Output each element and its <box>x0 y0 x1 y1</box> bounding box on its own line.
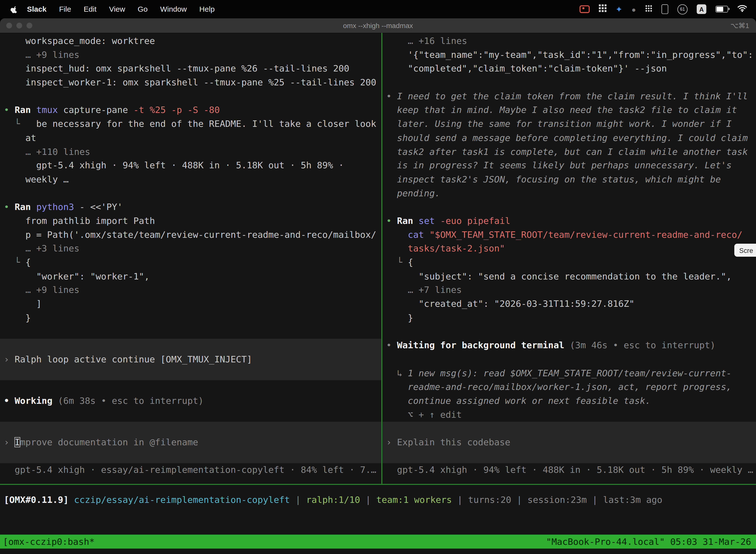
menu-help[interactable]: Help <box>193 5 221 13</box>
screen-overlay-chip[interactable]: Scre <box>735 244 756 257</box>
terminal-content: workspace_mode: worktree … +9 lines insp… <box>0 33 756 484</box>
terminal-line <box>0 408 381 422</box>
wifi-icon[interactable] <box>737 4 747 14</box>
terminal-line: continue assigned work or next feasible … <box>382 394 756 408</box>
terminal-line: readme-and-reco/mailbox/worker-1.json, a… <box>382 380 756 394</box>
window-shortcut-badge: ⌥⌘1 <box>730 21 749 29</box>
terminal-line: "worker": "worker-1", <box>0 270 381 283</box>
gauge-icon[interactable]: 61 <box>677 4 688 14</box>
left-terminal-pane[interactable]: workspace_mode: worktree … +9 lines insp… <box>0 33 381 484</box>
terminal-line: is in progress? It seems likely but perh… <box>382 159 756 173</box>
terminal-line: "subject": "send a concise recommendatio… <box>382 270 756 283</box>
menu-bar-status-icons: ✦ ● 61 A <box>579 4 756 14</box>
pane-status: gpt-5.4 xhigh · essay/ai-reimplementatio… <box>0 463 381 477</box>
menu-window[interactable]: Window <box>154 5 193 13</box>
terminal-line: … +7 lines <box>382 283 756 297</box>
waiting-status: • Waiting for background terminal (3m 46… <box>382 339 756 353</box>
terminal-line: • Ran python3 - <<'PY' <box>0 200 381 214</box>
window-title-bar[interactable]: omx --xhigh --madmax ⌥⌘1 <box>0 18 756 33</box>
terminal-line <box>0 186 381 200</box>
terminal-line: • Ran set -euo pipefail <box>382 214 756 228</box>
sparkle-icon[interactable]: ✦ <box>616 4 623 14</box>
tmux-host-clock: "MacBook-Pro-44.local" 05:03 31-Mar-26 <box>546 535 756 549</box>
terminal-line: pending. <box>382 186 756 200</box>
terminal-line <box>0 380 381 394</box>
right-terminal-pane[interactable]: … +16 lines '{"team_name":"my-team","tas… <box>382 33 756 484</box>
terminal-line <box>382 325 756 339</box>
terminal-line: inspect_worker-1: omx sparkshell --tmux-… <box>0 76 381 90</box>
queued-message[interactable]: › Ralph loop active continue [OMX_TMUX_I… <box>0 339 381 380</box>
terminal-line <box>0 90 381 104</box>
terminal-line: task2 after task1 is complete, but can I… <box>382 145 756 159</box>
window-title: omx --xhigh --madmax <box>0 21 756 29</box>
terminal-line: ↳ 1 new msg(s): read $OMX_TEAM_STATE_ROO… <box>382 366 756 380</box>
battery-icon[interactable] <box>715 6 728 12</box>
screen-recording-icon[interactable] <box>579 5 589 13</box>
terminal-line: "completed","claim_token":"claim-token"}… <box>382 62 756 76</box>
terminal-line: keep that in mind. Maybe I also need the… <box>382 104 756 117</box>
terminal-line: } <box>0 311 381 325</box>
terminal-line: } <box>382 311 756 325</box>
terminal-line <box>382 76 756 90</box>
terminal-line: └ be necessary for the end of the README… <box>0 117 381 131</box>
composer-input[interactable]: › Explain this codebase <box>382 422 756 463</box>
dots-grid-icon[interactable] <box>645 4 652 14</box>
menu-file[interactable]: File <box>53 5 77 13</box>
terminal-line: ] <box>0 297 381 311</box>
circle-app-icon[interactable]: ● <box>631 5 636 13</box>
apple-menu-icon[interactable] <box>11 5 18 13</box>
menu-view[interactable]: View <box>103 5 131 13</box>
terminal-line: └ { <box>382 256 756 270</box>
terminal-line: p = Path('.omx/state/team/review-current… <box>0 228 381 242</box>
terminal-line: tasks/task-2.json" <box>382 242 756 256</box>
terminal-line: … +9 lines <box>0 283 381 297</box>
terminal-line: "created_at": "2026-03-31T11:59:27.816Z" <box>382 297 756 311</box>
terminal-line: workspace_mode: worktree <box>0 34 381 48</box>
terminal-line: • Ran tmux capture-pane -t %25 -p -S -80 <box>0 104 381 117</box>
composer-input[interactable]: › Improve documentation in @filename <box>0 422 381 463</box>
status-pane: [OMX#0.11.9] cczip/essay/ai-reimplementa… <box>0 485 756 535</box>
terminal-line: should send a message before completing … <box>382 131 756 145</box>
terminal-line: cat "$OMX_TEAM_STATE_ROOT/team/review-cu… <box>382 228 756 242</box>
terminal-line <box>382 353 756 367</box>
omx-status-line: [OMX#0.11.9] cczip/essay/ai-reimplementa… <box>0 485 756 507</box>
macos-menu-bar: Slack File Edit View Go Window Help ✦ ● … <box>0 0 756 18</box>
terminal-line <box>382 200 756 214</box>
menu-go[interactable]: Go <box>131 5 154 13</box>
menu-app-name[interactable]: Slack <box>21 5 53 13</box>
terminal-line: inspect task2's JSON, focusing on the st… <box>382 173 756 187</box>
screen: Slack File Edit View Go Window Help ✦ ● … <box>0 0 756 554</box>
terminal-line: … +16 lines <box>382 34 756 48</box>
terminal-line: inspect_hud: omx sparkshell --tmux-pane … <box>0 62 381 76</box>
menu-edit[interactable]: Edit <box>77 5 103 13</box>
terminal-line: ⌥ + ↑ edit <box>382 408 756 422</box>
terminal-line: └ { <box>0 256 381 270</box>
terminal-line: from pathlib import Path <box>0 214 381 228</box>
grid-icon[interactable] <box>599 4 607 14</box>
terminal-line: later. Using the same for transition mig… <box>382 117 756 131</box>
tmux-status-bar: [omx-cczip0:bash* "MacBook-Pro-44.local"… <box>0 535 756 549</box>
working-status: • Working (6m 38s • esc to interrupt) <box>0 394 381 408</box>
input-source-icon[interactable]: A <box>697 4 706 14</box>
terminal-line: at <box>0 131 381 145</box>
tmux-session-label: [omx-cczip0:bash* <box>0 535 95 549</box>
pane-status: gpt-5.4 xhigh · 94% left · 488K in · 5.1… <box>382 463 756 477</box>
terminal-line: • I need to get the claim token from the… <box>382 90 756 104</box>
terminal-line: gpt-5.4 xhigh · 94% left · 488K in · 5.1… <box>0 159 381 173</box>
terminal-window: omx --xhigh --madmax ⌥⌘1 workspace_mode:… <box>0 18 756 554</box>
terminal-line: … +3 lines <box>0 242 381 256</box>
terminal-line: … +9 lines <box>0 48 381 62</box>
terminal-line: … +110 lines <box>0 145 381 159</box>
terminal-line: '{"team_name":"my-team","task_id":"1","f… <box>382 48 756 62</box>
device-icon[interactable] <box>662 4 668 14</box>
terminal-line: weekly … <box>0 173 381 187</box>
terminal-line <box>0 325 381 339</box>
